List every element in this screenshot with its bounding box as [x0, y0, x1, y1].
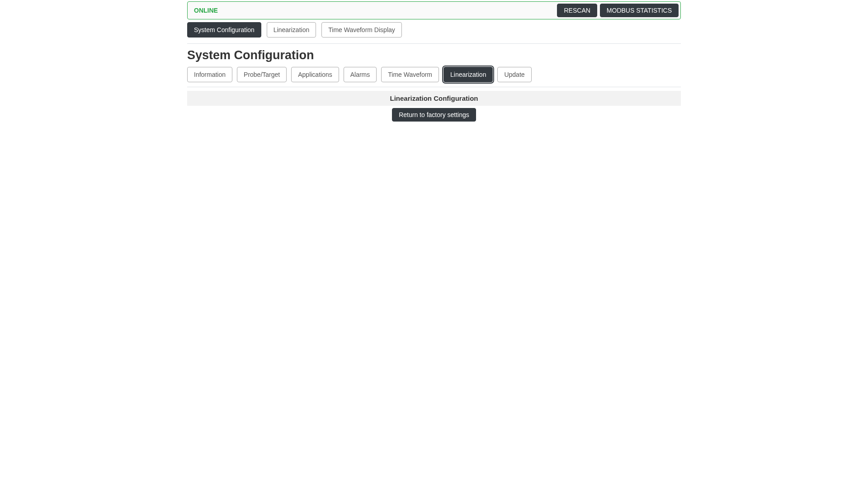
section-header: Linearization Configuration: [187, 91, 681, 106]
subtab-update[interactable]: Update: [497, 67, 531, 82]
rescan-button[interactable]: RESCAN: [557, 4, 597, 17]
subtab-applications[interactable]: Applications: [291, 67, 339, 82]
subtab-information[interactable]: Information: [187, 67, 232, 82]
modbus-statistics-button[interactable]: MODBUS STATISTICS: [600, 4, 679, 17]
page-title: System Configuration: [187, 48, 681, 62]
main-tabs: System Configuration Linearization Time …: [187, 22, 681, 44]
center-button-wrap: Return to factory settings: [187, 108, 681, 122]
subtab-linearization[interactable]: Linearization: [443, 67, 493, 82]
status-buttons: RESCAN MODBUS STATISTICS: [557, 4, 679, 17]
sub-tabs: Information Probe/Target Applications Al…: [187, 67, 681, 87]
tab-system-configuration[interactable]: System Configuration: [187, 22, 261, 38]
status-bar: ONLINE RESCAN MODBUS STATISTICS: [187, 1, 681, 19]
subtab-probe-target[interactable]: Probe/Target: [237, 67, 287, 82]
tab-linearization[interactable]: Linearization: [267, 22, 316, 38]
subtab-alarms[interactable]: Alarms: [344, 67, 377, 82]
return-factory-settings-button[interactable]: Return to factory settings: [392, 108, 476, 122]
tab-time-waveform-display[interactable]: Time Waveform Display: [321, 22, 402, 38]
status-text: ONLINE: [194, 7, 218, 14]
subtab-time-waveform[interactable]: Time Waveform: [381, 67, 439, 82]
